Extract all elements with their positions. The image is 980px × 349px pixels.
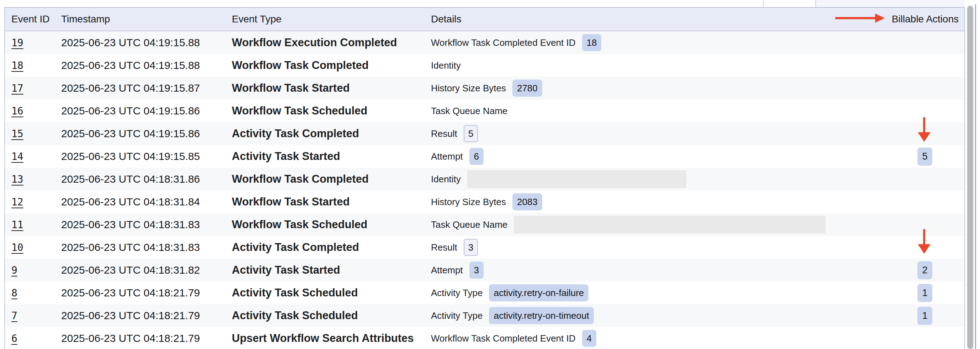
- details-cell: Activity Type activity.retry-on-failure: [431, 281, 589, 304]
- timestamp-cell: 2025-06-23 UTC 04:19:15.87: [61, 77, 200, 100]
- event-timestamp: 2025-06-23 UTC 04:18:21.79: [61, 309, 200, 322]
- column-header-timestamp: Timestamp: [61, 8, 110, 30]
- event-id-link[interactable]: 11: [11, 219, 24, 231]
- event-type-cell: Workflow Execution Completed: [232, 31, 397, 54]
- event-type: Workflow Task Scheduled: [232, 105, 368, 117]
- detail-label: History Size Bytes: [431, 83, 506, 94]
- event-timestamp: 2025-06-23 UTC 04:19:15.88: [61, 36, 200, 49]
- event-type: Workflow Task Completed: [232, 173, 369, 186]
- event-type: Activity Task Scheduled: [232, 309, 358, 322]
- table-row[interactable]: 16 2025-06-23 UTC 04:19:15.86 Workflow T…: [5, 100, 964, 122]
- detail-value-badge: activity.retry-on-timeout: [489, 307, 593, 324]
- detail-label: Attempt: [431, 265, 463, 276]
- table-row[interactable]: 6 2025-06-23 UTC 04:18:21.79 Upsert Work…: [5, 327, 964, 349]
- event-type-cell: Activity Task Completed: [232, 122, 359, 145]
- details-cell: Activity Type activity.retry-on-timeout: [431, 304, 594, 327]
- detail-value-badge: 18: [582, 34, 601, 51]
- event-id-cell: 9: [11, 259, 18, 281]
- billable-actions-cell: [889, 77, 961, 100]
- event-type: Activity Task Completed: [232, 127, 359, 140]
- details-cell: Identity: [431, 54, 461, 77]
- event-id-link[interactable]: 16: [11, 105, 24, 117]
- timestamp-cell: 2025-06-23 UTC 04:18:21.79: [61, 304, 200, 327]
- event-id-link[interactable]: 9: [11, 265, 18, 276]
- top-panel-edge: [816, 0, 965, 7]
- table-row[interactable]: 15 2025-06-23 UTC 04:19:15.86 Activity T…: [5, 122, 964, 145]
- billable-actions-cell: [889, 327, 961, 349]
- details-cell: Workflow Task Completed Event ID 18: [431, 31, 601, 54]
- event-type: Activity Task Started: [232, 150, 340, 163]
- event-id-link[interactable]: 6: [11, 333, 18, 344]
- timestamp-cell: 2025-06-23 UTC 04:18:31.84: [61, 190, 200, 213]
- event-id-link[interactable]: 17: [11, 82, 24, 94]
- event-id-link[interactable]: 18: [11, 60, 24, 71]
- details-cell: Result 3: [431, 236, 478, 259]
- event-type: Activity Task Completed: [232, 241, 359, 254]
- detail-label: Activity Type: [431, 287, 482, 298]
- event-id-cell: 19: [11, 31, 24, 54]
- detail-label: Workflow Task Completed Event ID: [431, 37, 576, 48]
- timestamp-cell: 2025-06-23 UTC 04:19:15.85: [61, 145, 200, 168]
- event-id-cell: 10: [11, 236, 24, 259]
- scrollbar-thumb[interactable]: [967, 6, 973, 349]
- event-id-link[interactable]: 8: [11, 287, 18, 299]
- event-type: Workflow Task Started: [232, 195, 350, 208]
- event-type-cell: Workflow Task Started: [232, 190, 350, 213]
- timestamp-cell: 2025-06-23 UTC 04:18:31.82: [61, 259, 200, 281]
- detail-label: Identity: [431, 60, 461, 71]
- event-type-cell: Workflow Task Started: [232, 77, 350, 100]
- event-type-cell: Activity Task Scheduled: [232, 304, 358, 327]
- detail-label: Task Queue Name: [431, 106, 508, 117]
- event-id-link[interactable]: 14: [11, 151, 24, 162]
- event-timestamp: 2025-06-23 UTC 04:19:15.88: [61, 59, 200, 71]
- timestamp-cell: 2025-06-23 UTC 04:19:15.86: [61, 100, 200, 122]
- detail-label: Activity Type: [431, 310, 482, 321]
- billable-actions-cell: 1: [889, 304, 961, 327]
- table-row[interactable]: 9 2025-06-23 UTC 04:18:31.82 Activity Ta…: [5, 259, 964, 281]
- table-row[interactable]: 11 2025-06-23 UTC 04:18:31.83 Workflow T…: [5, 213, 964, 236]
- column-header-details: Details: [431, 8, 461, 30]
- table-row[interactable]: 13 2025-06-23 UTC 04:18:31.86 Workflow T…: [5, 168, 964, 190]
- event-timestamp: 2025-06-23 UTC 04:19:15.87: [61, 82, 200, 94]
- billable-actions-cell: [889, 100, 961, 122]
- event-type: Activity Task Scheduled: [232, 286, 358, 299]
- table-row[interactable]: 10 2025-06-23 UTC 04:18:31.83 Activity T…: [5, 236, 964, 259]
- table-row[interactable]: 17 2025-06-23 UTC 04:19:15.87 Workflow T…: [5, 77, 964, 100]
- event-id-link[interactable]: 19: [11, 37, 24, 49]
- billable-actions-cell: [889, 31, 961, 54]
- event-id-link[interactable]: 15: [11, 128, 24, 140]
- event-id-link[interactable]: 12: [11, 196, 24, 208]
- event-timestamp: 2025-06-23 UTC 04:19:15.85: [61, 150, 200, 162]
- details-cell: Result 5: [431, 122, 478, 145]
- billable-actions-badge: 1: [917, 284, 932, 302]
- event-id-link[interactable]: 7: [11, 310, 18, 322]
- timestamp-cell: 2025-06-23 UTC 04:18:31.83: [61, 236, 200, 259]
- table-row[interactable]: 8 2025-06-23 UTC 04:18:21.79 Activity Ta…: [5, 281, 964, 304]
- event-history-table: Event ID Timestamp Event Type Details Bi…: [4, 7, 965, 349]
- event-id-link[interactable]: 13: [11, 173, 24, 185]
- billable-actions-cell: [889, 213, 961, 236]
- table-row[interactable]: 14 2025-06-23 UTC 04:19:15.85 Activity T…: [5, 145, 964, 168]
- event-id-cell: 11: [11, 213, 24, 236]
- event-type-cell: Workflow Task Completed: [232, 168, 369, 190]
- detail-value-badge: 2780: [512, 79, 542, 97]
- event-id-cell: 14: [11, 145, 24, 168]
- billable-actions-cell: 5: [889, 145, 961, 168]
- event-type-cell: Activity Task Started: [232, 259, 340, 281]
- table-row[interactable]: 18 2025-06-23 UTC 04:19:15.88 Workflow T…: [5, 54, 964, 77]
- timestamp-cell: 2025-06-23 UTC 04:18:31.86: [61, 168, 200, 190]
- details-cell: History Size Bytes 2083: [431, 190, 542, 213]
- table-row[interactable]: 7 2025-06-23 UTC 04:18:21.79 Activity Ta…: [5, 304, 964, 327]
- column-header-event-id: Event ID: [11, 8, 49, 30]
- event-id-cell: 7: [11, 304, 18, 327]
- event-id-cell: 16: [11, 100, 24, 122]
- event-id-cell: 8: [11, 281, 18, 304]
- table-row[interactable]: 19 2025-06-23 UTC 04:19:15.88 Workflow E…: [5, 31, 964, 54]
- redacted-value-block: [514, 216, 826, 233]
- table-row[interactable]: 12 2025-06-23 UTC 04:18:31.84 Workflow T…: [5, 190, 964, 213]
- event-timestamp: 2025-06-23 UTC 04:19:15.86: [61, 128, 200, 140]
- column-header-event-type: Event Type: [232, 8, 282, 30]
- event-type-cell: Workflow Task Scheduled: [232, 100, 368, 122]
- event-id-link[interactable]: 10: [11, 242, 24, 254]
- table-body: 19 2025-06-23 UTC 04:19:15.88 Workflow E…: [5, 31, 964, 349]
